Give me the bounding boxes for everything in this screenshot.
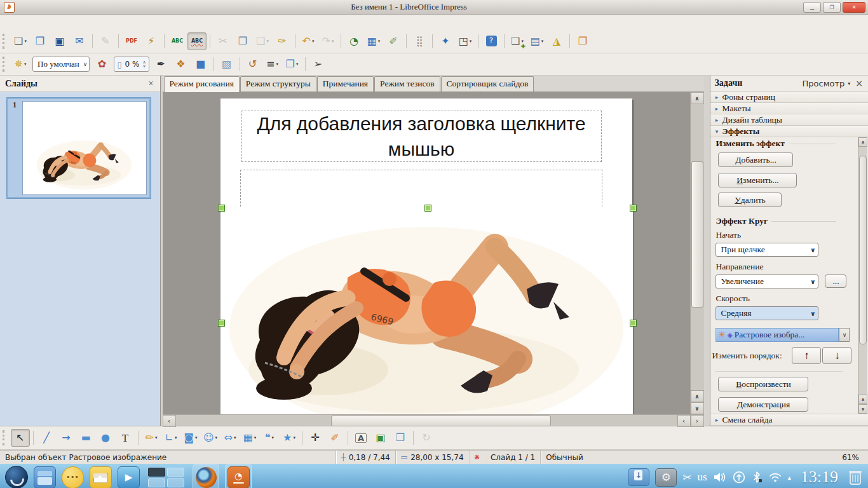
dropdown-caret[interactable]: ▾ (332, 39, 334, 44)
toolbar-grip[interactable] (3, 34, 8, 49)
interaction-button[interactable]: ➢ (309, 55, 328, 73)
dropdown-caret[interactable]: ▾ (541, 39, 544, 44)
dropdown-caret[interactable]: ▾ (175, 435, 177, 440)
tasks-panel-close-icon[interactable]: × (854, 78, 864, 88)
menu-slideshow[interactable] (80, 21, 92, 24)
export-pdf-button[interactable]: PDF (122, 32, 141, 50)
menu-window[interactable] (93, 21, 104, 24)
start-select[interactable]: При щелчке ∨ (715, 243, 818, 257)
horizontal-scroll-track[interactable] (176, 415, 677, 426)
menu-help[interactable] (105, 21, 117, 24)
display-grid-button[interactable]: ⣿ (410, 32, 429, 50)
scroll-left-button-2[interactable]: ‹ (677, 415, 691, 427)
slide-page[interactable]: Для добавления заголовка щелкните мышью (220, 98, 632, 414)
auto-spellcheck-button[interactable]: ABC (187, 32, 207, 50)
mail-button[interactable] (90, 466, 112, 488)
close-button[interactable]: ✕ (843, 2, 865, 13)
scroll-right-button[interactable]: › (691, 415, 704, 427)
scroll-up-button[interactable]: ∧ (691, 92, 704, 104)
slides-panel-close-icon[interactable]: × (147, 79, 155, 89)
dropdown-caret[interactable]: ▾ (24, 62, 27, 67)
title-bar[interactable]: Без имени 1 - LibreOffice Impress ▁ ❐ ✕ (0, 0, 868, 15)
line-button[interactable]: ✒ (152, 55, 171, 73)
fontwork-button[interactable]: A (351, 429, 370, 447)
effect-options-button[interactable]: ... (825, 274, 846, 288)
transparency-spinner[interactable]: ▯ 0 % ∧∨ (114, 57, 149, 72)
dropdown-caret[interactable]: ▾ (378, 39, 381, 44)
scroll-up-button-2[interactable]: ∧ (858, 395, 867, 404)
menu-format[interactable] (55, 21, 66, 24)
alignment-button[interactable]: ≡▾ (263, 55, 282, 73)
flowchart-button[interactable]: ▦▾ (240, 429, 259, 447)
print-directly-button[interactable]: ⚡ (142, 32, 161, 50)
dropdown-caret[interactable]: ▾ (266, 39, 269, 44)
tray-expand-button[interactable]: ▴ (788, 474, 791, 481)
glue-points-button[interactable]: ✐ (325, 429, 344, 447)
section-layouts[interactable]: ▸Макеты (710, 103, 868, 114)
selection-handle-middle-left[interactable] (218, 320, 225, 327)
dropdown-caret[interactable]: ▾ (24, 39, 27, 44)
animation-item-dropdown-button[interactable]: ∨ (839, 328, 850, 342)
copy-button[interactable]: ❐ (233, 32, 252, 50)
area-button[interactable]: ❖ (172, 55, 191, 73)
dropdown-caret[interactable]: ▾ (215, 435, 218, 440)
move-up-button[interactable]: ↑ (792, 347, 821, 364)
open-button[interactable]: ❒ (31, 32, 50, 50)
arrange-button[interactable]: ❐▾ (283, 55, 302, 73)
toolbar-grip[interactable] (3, 430, 8, 445)
downloads-button[interactable] (628, 468, 649, 486)
rectangle-button[interactable]: ▬ (76, 429, 95, 447)
scroll-left-button[interactable]: ‹ (163, 415, 176, 427)
object-size-field[interactable]: ▭ 28,00 x 15,74 (396, 451, 470, 464)
section-page-backgrounds[interactable]: ▸Фоны страниц (710, 92, 868, 103)
horizontal-scrollbar[interactable]: ‹ ‹ › (163, 414, 704, 426)
tab-drawing[interactable]: Режим рисования (164, 76, 240, 92)
move-down-button[interactable]: ↓ (822, 347, 851, 364)
trash-button[interactable] (848, 468, 863, 486)
add-effect-button[interactable]: Добавить... (718, 152, 793, 167)
horizontal-scroll-thumb[interactable] (331, 416, 551, 426)
curve-button[interactable]: ✏▾ (142, 429, 161, 447)
paste-button[interactable]: ❑▾ (253, 32, 272, 50)
spellcheck-button[interactable]: ABC (168, 32, 187, 50)
dropdown-caret[interactable]: ▾ (155, 435, 158, 440)
firefox-button[interactable] (193, 464, 219, 488)
styles-button[interactable]: ✵▾ (11, 55, 30, 73)
tab-slide-sorter[interactable]: Сортировщик слайдов (441, 76, 534, 92)
insert-table-button[interactable]: ▦▾ (364, 32, 383, 50)
previous-slide-button[interactable]: ∧ (691, 390, 704, 402)
slide-thumbnail-selected[interactable]: 1 (6, 97, 151, 199)
slideshow-button[interactable]: Демонстрация (718, 397, 808, 412)
edit-points-button[interactable]: ▧ (217, 55, 236, 73)
new-document-button[interactable]: ❏▾ (11, 32, 30, 50)
scroll-up-button[interactable]: ∧ (858, 137, 867, 147)
spinner-arrows[interactable]: ∧∨ (142, 60, 146, 68)
dropdown-caret[interactable]: ▾ (312, 39, 315, 44)
keyboard-layout-indicator[interactable]: us (698, 471, 707, 484)
zoom-button[interactable]: ◳▾ (456, 32, 475, 50)
basic-shapes-button[interactable]: ◙▾ (181, 429, 200, 447)
dropdown-caret[interactable]: ▾ (521, 39, 524, 44)
clock[interactable]: 13:19 (801, 468, 838, 487)
next-slide-button[interactable]: ∨ (691, 402, 704, 414)
workspace-2[interactable] (167, 468, 184, 477)
zoom-level-field[interactable]: 61% (837, 451, 868, 464)
bluetooth-icon[interactable] (751, 471, 763, 484)
connector-button[interactable]: ∟▾ (161, 429, 180, 447)
selection-handle-top-center[interactable] (424, 205, 431, 212)
cut-button[interactable]: ✂ (214, 32, 233, 50)
minimize-button[interactable]: ▁ (803, 2, 821, 13)
selection-handle-top-left[interactable] (218, 205, 225, 212)
duplicate-slide-button[interactable]: ❐ (573, 32, 592, 50)
rotate-button[interactable]: ↻ (417, 429, 436, 447)
menu-insert[interactable] (42, 21, 53, 24)
clipboard-manager-icon[interactable]: ✂ (682, 471, 691, 484)
workspace-3[interactable] (148, 478, 165, 487)
dropdown-caret[interactable]: ▾ (470, 39, 472, 44)
email-document-button[interactable]: ✉ (70, 32, 89, 50)
tab-outline[interactable]: Режим структуры (240, 76, 316, 92)
section-effects[interactable]: ▾Эффекты (710, 126, 868, 137)
arrow-button[interactable]: → (57, 429, 76, 447)
navigator-button[interactable]: ✦ (436, 32, 455, 50)
volume-icon[interactable] (713, 471, 727, 483)
